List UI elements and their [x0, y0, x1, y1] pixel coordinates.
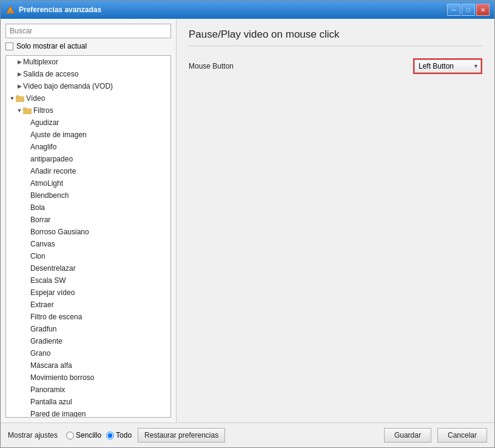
tree-label-movimiento-borroso: Movimiento borroso — [30, 373, 94, 382]
title-bar: Preferencias avanzadas ─ □ ✕ — [1, 1, 494, 19]
tree-item-bola[interactable]: Bola — [6, 202, 170, 214]
tree-label-atmolight: AtmoLight — [30, 179, 63, 188]
tree-item-extraer[interactable]: Extraer — [6, 299, 170, 311]
window-controls: ─ □ ✕ — [447, 4, 490, 16]
bottom-bar: Mostrar ajustes Sencillo Todo Restaurar … — [1, 423, 494, 447]
panel-title: Pause/Play video on mouse click — [189, 29, 482, 46]
main-window: Preferencias avanzadas ─ □ ✕ Solo mostra… — [0, 0, 495, 448]
show-current-label: Solo mostrar el actual — [16, 42, 87, 50]
tree-arrow-filtros: ▼ — [16, 107, 23, 114]
mouse-button-dropdown[interactable]: Left ButtonMiddle ButtonRight Button — [414, 59, 481, 73]
tree-arrow-salida-acceso: ▶ — [16, 70, 23, 78]
tree-label-mascara-alfa: Máscara alfa — [30, 361, 72, 370]
tree-label-clon: Clon — [30, 252, 45, 260]
radio-group: Sencillo Todo — [66, 431, 132, 440]
tree-label-pared-imagen: Pared de imagen — [30, 410, 86, 418]
radio-all-label[interactable]: Todo — [106, 431, 132, 440]
search-input[interactable] — [5, 24, 171, 38]
tree-label-escala-sw: Escala SW — [30, 276, 66, 285]
tree-item-escala-sw[interactable]: Escala SW — [6, 274, 170, 287]
setting-label: Mouse Button — [189, 62, 310, 70]
content-area: Solo mostrar el actual ▶Multiplexor▶Sali… — [1, 19, 494, 423]
tree-label-grano: Grano — [30, 349, 50, 358]
tree-label-panoramix: Panoramix — [30, 385, 65, 394]
tree-label-agudizar: Agudizar — [30, 118, 59, 127]
tree-item-ajuste-imagen[interactable]: Ajuste de imagen — [6, 129, 170, 141]
tree-label-filtros: Filtros — [33, 106, 53, 115]
tree-label-ajuste-imagen: Ajuste de imagen — [30, 131, 87, 139]
show-settings-label: Mostrar ajustes — [8, 431, 58, 440]
tree-item-espejar-video[interactable]: Espejar vídeo — [6, 287, 170, 299]
tree-item-salida-acceso[interactable]: ▶Salida de acceso — [6, 68, 170, 80]
tree-label-gradiente: Gradiente — [30, 337, 62, 345]
folder-icon-filtros — [23, 107, 32, 114]
svg-rect-8 — [23, 108, 27, 110]
app-icon — [5, 5, 15, 15]
tree-arrow-video-demanda: ▶ — [16, 83, 23, 90]
tree-label-video-demanda: Vídeo bajo demanda (VOD) — [23, 82, 113, 90]
tree-item-clon[interactable]: Clon — [6, 250, 170, 262]
tree-label-canvas: Canvas — [30, 240, 55, 248]
tree-item-pantalla-azul[interactable]: Pantalla azul — [6, 396, 170, 408]
tree-label-multiplexor: Multiplexor — [23, 58, 58, 66]
window-title: Preferencias avanzadas — [19, 5, 447, 14]
tree-label-video: Vídeo — [26, 94, 45, 103]
tree-item-agudizar[interactable]: Agudizar — [6, 117, 170, 129]
tree-label-anadir-recorte: Añadir recorte — [30, 167, 76, 175]
setting-row: Mouse Button Left ButtonMiddle ButtonRig… — [189, 58, 482, 74]
show-current-checkbox[interactable] — [5, 42, 13, 50]
tree-item-pared-imagen[interactable]: Pared de imagen — [6, 408, 170, 418]
left-panel: Solo mostrar el actual ▶Multiplexor▶Sali… — [1, 19, 177, 423]
cancel-button[interactable]: Cancelar — [437, 428, 487, 443]
tree-item-borrar[interactable]: Borrar — [6, 214, 170, 226]
tree-item-multiplexor[interactable]: ▶Multiplexor — [6, 56, 170, 68]
tree-item-gradfun[interactable]: Gradfun — [6, 323, 170, 335]
tree-label-borroso-gausiano: Borroso Gausiano — [30, 228, 89, 236]
radio-simple-text: Sencillo — [76, 431, 101, 440]
tree-item-grano[interactable]: Grano — [6, 347, 170, 359]
close-button[interactable]: ✕ — [476, 4, 490, 16]
maximize-button[interactable]: □ — [462, 4, 475, 16]
tree-item-desentrelazar[interactable]: Desentrelazar — [6, 262, 170, 274]
tree-label-bola: Bola — [30, 203, 45, 212]
radio-simple[interactable] — [66, 432, 74, 440]
tree-arrow-multiplexor: ▶ — [16, 58, 23, 66]
radio-all-text: Todo — [116, 431, 132, 440]
tree-item-video[interactable]: ▼ Vídeo — [6, 92, 170, 104]
save-button[interactable]: Guardar — [384, 428, 431, 443]
tree-label-extraer: Extraer — [30, 300, 54, 309]
tree-label-anaglifo: Anaglifo — [30, 143, 56, 151]
svg-rect-5 — [16, 96, 19, 98]
tree-item-anaglifo[interactable]: Anaglifo — [6, 141, 170, 153]
tree-item-atmolight[interactable]: AtmoLight — [6, 177, 170, 189]
tree-item-gradiente[interactable]: Gradiente — [6, 335, 170, 347]
right-panel: Pause/Play video on mouse click Mouse Bu… — [177, 19, 494, 423]
restore-preferences-button[interactable]: Restaurar preferencias — [138, 428, 225, 443]
tree-item-borroso-gausiano[interactable]: Borroso Gausiano — [6, 226, 170, 238]
tree-label-pantalla-azul: Pantalla azul — [30, 398, 72, 406]
minimize-button[interactable]: ─ — [447, 4, 460, 16]
tree-item-filtros[interactable]: ▼ Filtros — [6, 104, 170, 117]
tree-arrow-video: ▼ — [8, 95, 16, 102]
tree-label-desentrelazar: Desentrelazar — [30, 264, 76, 273]
tree-item-movimiento-borroso[interactable]: Movimiento borroso — [6, 372, 170, 384]
setting-control: Left ButtonMiddle ButtonRight Button ▼ — [413, 58, 482, 74]
radio-all[interactable] — [106, 432, 114, 440]
tree-item-blendbench[interactable]: Blendbench — [6, 189, 170, 202]
tree-item-anadir-recorte[interactable]: Añadir recorte — [6, 165, 170, 177]
tree-item-video-demanda[interactable]: ▶Vídeo bajo demanda (VOD) — [6, 80, 170, 92]
tree-item-filtro-escena[interactable]: Filtro de escena — [6, 311, 170, 323]
folder-icon-video — [16, 95, 24, 102]
tree-container[interactable]: ▶Multiplexor▶Salida de acceso▶Vídeo bajo… — [5, 55, 171, 418]
tree-item-canvas[interactable]: Canvas — [6, 238, 170, 250]
tree-item-antiparpadeo[interactable]: antiparpadeo — [6, 153, 170, 165]
tree-label-blendbench: Blendbench — [30, 191, 69, 200]
tree-item-mascara-alfa[interactable]: Máscara alfa — [6, 359, 170, 372]
mouse-button-dropdown-wrapper: Left ButtonMiddle ButtonRight Button ▼ — [413, 58, 482, 74]
tree-label-antiparpadeo: antiparpadeo — [30, 155, 73, 163]
tree-label-espejar-video: Espejar vídeo — [30, 288, 75, 297]
radio-simple-label[interactable]: Sencillo — [66, 431, 101, 440]
tree-label-borrar: Borrar — [30, 216, 50, 224]
tree-item-panoramix[interactable]: Panoramix — [6, 384, 170, 396]
tree-label-salida-acceso: Salida de acceso — [23, 70, 78, 78]
